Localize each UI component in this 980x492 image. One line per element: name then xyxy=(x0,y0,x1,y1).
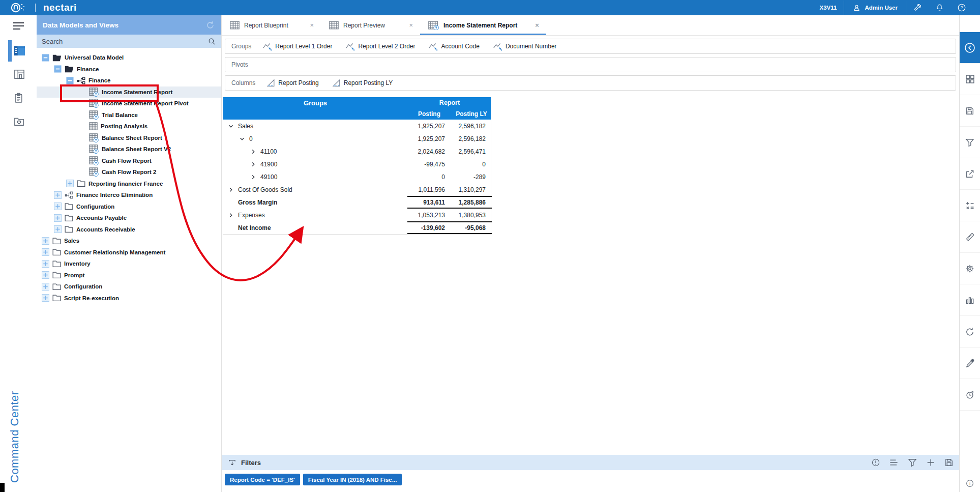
tree-item-configuration[interactable]: Configuration xyxy=(37,201,221,213)
rail-item-folder-heart[interactable] xyxy=(0,109,37,133)
bell-icon[interactable] xyxy=(929,3,951,12)
tree-item-posting-analysis[interactable]: Posting Analysis xyxy=(37,121,221,132)
field-chip-report-posting-ly[interactable]: Report Posting LY xyxy=(332,79,393,87)
field-chip-document-number[interactable]: Document Number xyxy=(493,42,557,51)
expand-node-icon[interactable] xyxy=(66,180,74,187)
user-name: Admin User xyxy=(865,5,898,11)
field-chip-report-level-1-order[interactable]: Report Level 1 Order xyxy=(262,42,332,51)
tree-item-label: Configuration xyxy=(64,283,102,290)
right-rail-item-refresh[interactable] xyxy=(960,316,980,348)
filters-toolbar xyxy=(871,457,954,468)
right-rail-item-clock-arrow[interactable] xyxy=(960,379,980,411)
tree-item-finance-interco-elimination[interactable]: Finance Interco Elimination xyxy=(37,189,221,201)
refresh-icon[interactable] xyxy=(205,20,215,30)
tree-item-income-statement-report[interactable]: Income Statement Report xyxy=(37,86,221,98)
right-rail-item-calc[interactable] xyxy=(960,190,980,221)
expand-node-icon[interactable] xyxy=(54,225,62,233)
field-chip-label: Account Code xyxy=(441,43,479,50)
expand-node-icon[interactable] xyxy=(42,294,49,302)
tree-item-trial-balance[interactable]: Trial Balance xyxy=(37,109,221,121)
environment-label: X3V11 xyxy=(813,5,844,11)
search-input[interactable] xyxy=(42,38,207,45)
right-rail-item-bar-chart[interactable] xyxy=(960,284,980,316)
field-chip-account-code[interactable]: Account Code xyxy=(428,42,479,51)
tab-report-preview[interactable]: Report Preview× xyxy=(321,15,420,35)
tree-item-cash-flow-report-2[interactable]: Cash Flow Report 2 xyxy=(37,166,221,178)
tree-item-accounts-receivable[interactable]: Accounts Receivable xyxy=(37,224,221,236)
right-rail-item-grid4[interactable] xyxy=(960,64,980,95)
filters-bar: Filters xyxy=(222,455,959,470)
help-icon[interactable]: ? xyxy=(951,3,973,12)
close-icon[interactable]: × xyxy=(409,21,413,29)
chevron-right-icon[interactable] xyxy=(250,149,256,155)
collapse-node-icon[interactable] xyxy=(54,65,62,73)
rail-item-clipboard[interactable] xyxy=(0,86,37,109)
rail-item-data-models[interactable] xyxy=(0,39,37,63)
expand-node-icon[interactable] xyxy=(42,260,49,268)
expand-node-icon[interactable] xyxy=(42,237,49,245)
expand-node-icon[interactable] xyxy=(54,191,62,199)
tree-item-customer-relationship-management[interactable]: Customer Relationship Management xyxy=(37,247,221,258)
field-chip-report-posting[interactable]: Report Posting xyxy=(266,79,318,87)
right-rail-item-dropper[interactable] xyxy=(960,348,980,379)
expand-node-icon[interactable] xyxy=(54,202,62,210)
collapse-node-icon[interactable] xyxy=(42,54,49,62)
right-rail-item-gear[interactable] xyxy=(960,253,980,284)
tree-item-script-re-execution[interactable]: Script Re-execution xyxy=(37,293,221,304)
brand-name: nectari xyxy=(43,2,77,13)
wrench-icon[interactable] xyxy=(906,3,929,12)
tree-item-balance-sheet-report-v2[interactable]: Balance Sheet Report V2 xyxy=(37,143,221,155)
close-icon[interactable]: × xyxy=(310,21,314,29)
expand-node-icon[interactable] xyxy=(42,271,49,279)
chevron-right-icon[interactable] xyxy=(250,174,256,180)
posting-ly-value: 1,310,297 xyxy=(451,183,492,196)
expand-node-icon[interactable] xyxy=(42,283,49,291)
right-rail-item-ruler[interactable] xyxy=(960,221,980,253)
menu-icon[interactable] xyxy=(13,22,24,30)
row-label: 41100 xyxy=(260,148,277,155)
tree-item-finance[interactable]: Finance xyxy=(37,64,221,75)
chevron-right-icon[interactable] xyxy=(228,187,234,193)
plus-icon[interactable] xyxy=(926,458,935,467)
tree-item-reporting-financier-france[interactable]: Reporting financier France xyxy=(37,178,221,190)
tree-item-universal-data-model[interactable]: Universal Data Model xyxy=(37,52,221,64)
tree-item-finance[interactable]: Finance xyxy=(37,75,221,86)
list-icon[interactable] xyxy=(889,458,899,467)
right-rail-item-funnel[interactable] xyxy=(960,127,980,158)
tab-income-statement-report[interactable]: Income Statement Report× xyxy=(420,15,546,35)
tree-item-cash-flow-report[interactable]: Cash Flow Report xyxy=(37,155,221,167)
chevron-down-icon[interactable] xyxy=(228,123,234,129)
filter-chip[interactable]: Fiscal Year IN (2018) AND Fisc... xyxy=(303,474,402,485)
right-rail-item-share-out[interactable] xyxy=(960,158,980,190)
tab-report-blueprint[interactable]: Report Blueprint× xyxy=(222,15,321,35)
chevron-right-icon[interactable] xyxy=(228,212,234,218)
info-icon[interactable]: i xyxy=(960,479,980,488)
expand-node-icon[interactable] xyxy=(42,248,49,256)
rail-item-layout[interactable] xyxy=(0,63,37,86)
filter-chip[interactable]: Report Code = 'DEF_IS' xyxy=(225,474,300,485)
tree-item-accounts-payable[interactable]: Accounts Payable xyxy=(37,212,221,224)
floppy-icon[interactable] xyxy=(944,457,954,468)
tree-item-inventory[interactable]: Inventory xyxy=(37,258,221,270)
tree-item-income-statement-report-pivot[interactable]: Income Statement Report Pivot xyxy=(37,98,221,109)
close-icon[interactable]: × xyxy=(535,21,539,29)
table-tab-filter-icon xyxy=(428,21,439,30)
tree-item-balance-sheet-report[interactable]: Balance Sheet Report xyxy=(37,132,221,144)
user-menu[interactable]: Admin User xyxy=(844,4,906,12)
info-excl-icon[interactable] xyxy=(871,458,880,467)
search-icon[interactable] xyxy=(207,37,216,46)
chip-measure-icon xyxy=(332,79,341,87)
tree-item-prompt[interactable]: Prompt xyxy=(37,270,221,281)
tree-item-configuration[interactable]: Configuration xyxy=(37,281,221,293)
chevron-right-icon[interactable] xyxy=(250,161,256,167)
funnel-icon[interactable] xyxy=(907,457,917,468)
expand-node-icon[interactable] xyxy=(54,214,62,222)
posting-column-header: Posting xyxy=(407,108,451,120)
filter-chips: Report Code = 'DEF_IS'Fiscal Year IN (20… xyxy=(225,474,959,485)
chevron-down-icon[interactable] xyxy=(239,136,245,142)
field-chip-report-level-2-order[interactable]: Report Level 2 Order xyxy=(345,42,415,51)
right-rail-item-collapse-circle[interactable] xyxy=(960,32,980,64)
right-rail-item-floppy[interactable] xyxy=(960,95,980,127)
collapse-node-icon[interactable] xyxy=(66,77,74,84)
tree-item-sales[interactable]: Sales xyxy=(37,235,221,247)
